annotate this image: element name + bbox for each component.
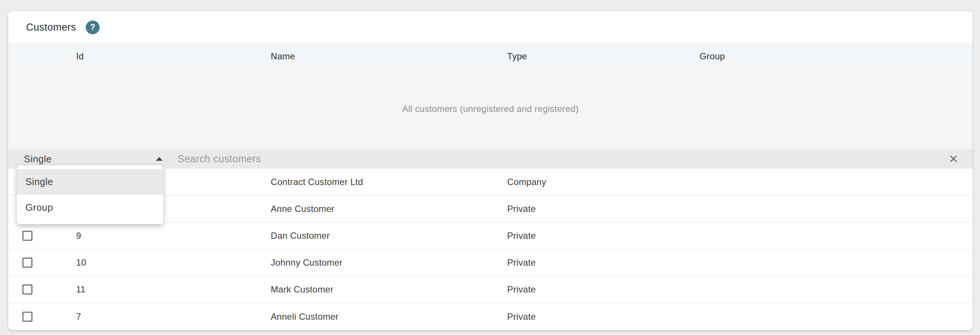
cell-type: Private: [507, 311, 536, 322]
cell-type: Company: [507, 177, 546, 187]
dropdown-option[interactable]: Group: [17, 195, 163, 220]
cell-type: Private: [507, 257, 536, 268]
cell-type: Private: [507, 284, 536, 295]
cell-name: Mark Customer: [271, 284, 333, 295]
chevron-up-icon: [156, 157, 162, 161]
table-row[interactable]: 7 Anneli Customer Private: [8, 303, 972, 330]
empty-state-area: All customers (unregistered and register…: [8, 68, 972, 149]
cell-name: Anne Customer: [271, 204, 334, 214]
table-row[interactable]: 9 Dan Customer Private: [8, 222, 972, 249]
column-header-id: Id: [76, 51, 84, 62]
search-input[interactable]: [178, 149, 916, 169]
table-header-row: Id Name Type Group: [8, 44, 972, 68]
dropdown-option-label: Group: [25, 202, 53, 214]
cell-name: Contract Customer Ltd: [271, 177, 363, 187]
panel-header: Customers ?: [8, 11, 972, 44]
row-checkbox[interactable]: [22, 312, 32, 322]
help-icon[interactable]: ?: [86, 21, 100, 34]
cell-id: 9: [76, 231, 81, 241]
dropdown-option[interactable]: Single: [17, 169, 163, 195]
table-row[interactable]: 10 Johnny Customer Private: [8, 250, 972, 276]
cell-name: Anneli Customer: [271, 311, 339, 322]
column-header-type: Type: [507, 51, 527, 62]
table-row[interactable]: 11 Mark Customer Private: [8, 276, 972, 303]
cell-name: Johnny Customer: [271, 257, 343, 268]
row-checkbox[interactable]: [22, 285, 32, 295]
cell-type: Private: [507, 231, 536, 241]
page-title: Customers: [26, 22, 76, 33]
row-checkbox[interactable]: [22, 231, 32, 241]
cell-type: Private: [507, 204, 536, 214]
type-select-value: Single: [24, 153, 52, 165]
cell-id: 11: [76, 284, 86, 295]
empty-state-note: All customers (unregistered and register…: [402, 104, 578, 114]
clear-icon[interactable]: ✕: [949, 153, 958, 165]
column-header-group: Group: [700, 51, 725, 62]
customers-panel: Customers ? Id Name Type Group All custo…: [8, 11, 972, 330]
row-checkbox[interactable]: [22, 258, 32, 268]
dropdown-option-label: Single: [25, 176, 53, 188]
type-select-dropdown: Single Group: [17, 165, 163, 224]
column-header-name: Name: [271, 51, 295, 62]
cell-id: 10: [76, 257, 86, 268]
cell-id: 7: [76, 311, 81, 322]
cell-name: Dan Customer: [271, 231, 330, 241]
